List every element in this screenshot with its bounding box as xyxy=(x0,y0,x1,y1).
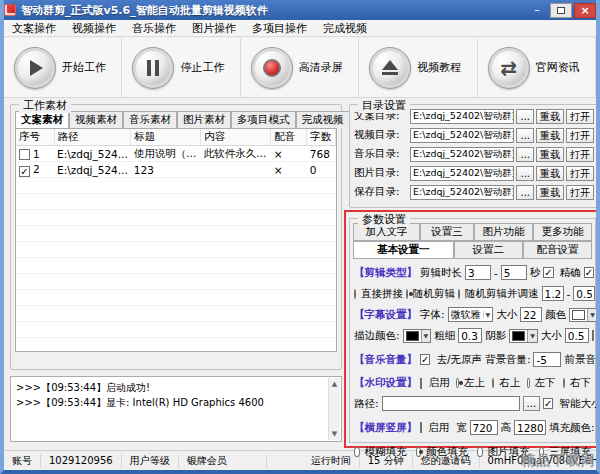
open-button[interactable]: 打开 xyxy=(566,185,594,200)
menu-item-copywriting[interactable]: 文案操作 xyxy=(12,21,56,36)
log-scrollbar[interactable]: ▲ ▼ xyxy=(328,378,340,440)
tab-video-material[interactable]: 视频素材 xyxy=(69,111,123,128)
open-button[interactable]: 打开 xyxy=(566,128,594,143)
stroke-color-select[interactable]: ▼ xyxy=(403,329,432,343)
col-index[interactable]: 序号 xyxy=(16,129,54,146)
tab-multiproject-mode[interactable]: 多项目模式 xyxy=(231,111,296,128)
wm-topleft-radio[interactable] xyxy=(456,378,458,388)
menu-item-finished[interactable]: 完成视频 xyxy=(323,21,367,36)
tab-more-functions[interactable]: 更多功能 xyxy=(533,223,592,241)
speed-max-input[interactable] xyxy=(573,286,595,301)
dir-row-music: 音乐目录: E:\zdqj_52402\智动群剪_正式版▼ ... 重载 打开 xyxy=(354,146,594,162)
open-button[interactable]: 打开 xyxy=(566,147,594,162)
menu-item-music[interactable]: 音乐操作 xyxy=(132,21,176,36)
stop-work-button[interactable]: 停止工作 xyxy=(122,38,240,97)
table-row[interactable]: ✓2 E:\zdqj_524... 123 × 0 xyxy=(16,162,336,178)
fill-checkbox[interactable] xyxy=(592,330,594,341)
color-fill-radio[interactable] xyxy=(416,447,422,457)
screen-width-input[interactable] xyxy=(470,420,498,435)
log-line: >>>【09:53:44】显卡: Intel(R) HD Graphics 46… xyxy=(16,395,327,410)
scroll-up-icon[interactable]: ▲ xyxy=(332,379,337,390)
wm-bottomleft-radio[interactable] xyxy=(527,378,529,388)
tab-basic-settings-one[interactable]: 基本设置一 xyxy=(353,241,454,259)
work-materials-title: 工作素材 xyxy=(19,98,71,113)
row-checkbox[interactable]: ✓ xyxy=(19,166,30,177)
menu-item-video[interactable]: 视频操作 xyxy=(72,21,116,36)
watermark-enable-checkbox[interactable] xyxy=(420,378,422,389)
open-button[interactable]: 打开 xyxy=(566,166,594,181)
direct-splice-radio[interactable] xyxy=(354,289,356,299)
bg-volume-input[interactable] xyxy=(533,352,561,367)
red-highlight-box: 参数设置 加入文字 设置三 图片功能 更多功能 基本设置一 设置二 配音设置 【… xyxy=(344,210,600,448)
tab-voice-settings[interactable]: 配音设置 xyxy=(523,241,592,259)
col-title[interactable]: 标题 xyxy=(131,129,201,146)
speed-min-input[interactable] xyxy=(542,286,564,301)
tab-copywriting-material[interactable]: 文案素材 xyxy=(15,111,69,128)
col-voice[interactable]: 配音 xyxy=(271,129,307,146)
close-button[interactable]: × xyxy=(574,3,596,18)
official-news-button[interactable]: ⇄ 官网资讯 xyxy=(478,38,596,97)
random-clip-speed-radio[interactable] xyxy=(458,289,460,299)
screen-enable-checkbox[interactable] xyxy=(420,422,422,433)
image-fill-radio[interactable] xyxy=(477,447,483,457)
screen-record-button[interactable]: 高清录屏 xyxy=(241,38,359,97)
wm-bottomright-radio[interactable] xyxy=(563,378,565,388)
clip-type-label: 【剪辑类型】 xyxy=(354,266,417,280)
tab-music-material[interactable]: 音乐素材 xyxy=(123,111,177,128)
font-size-input[interactable] xyxy=(520,307,542,322)
tab-image-material[interactable]: 图片素材 xyxy=(177,111,231,128)
col-path[interactable]: 路径 xyxy=(54,129,131,146)
tab-settings-three[interactable]: 设置三 xyxy=(420,223,474,241)
wm-topright-radio[interactable] xyxy=(492,378,494,388)
copywriting-dir-select[interactable]: E:\zdqj_52402\智动群剪_正式版▼ xyxy=(410,109,514,124)
col-words[interactable]: 字数 xyxy=(307,129,336,146)
video-dir-select[interactable]: E:\zdqj_52402\智动群剪_正式版▼ xyxy=(410,128,514,143)
menu-bar: 文案操作 视频操作 音乐操作 图片操作 多项目操作 完成视频 xyxy=(4,20,596,37)
random-clip-radio[interactable] xyxy=(406,289,408,299)
save-dir-select[interactable]: E:\zdqj_52402\智动群剪_正式版▼ xyxy=(410,185,514,200)
wm-path-label: 路径: xyxy=(354,397,379,411)
browse-button[interactable]: ... xyxy=(516,147,534,162)
wm-browse-button[interactable]: ... xyxy=(523,396,541,411)
reload-button[interactable]: 重载 xyxy=(536,109,564,124)
shadow-color-select[interactable]: ▼ xyxy=(509,329,538,343)
table-row[interactable]: 1 E:\zdqj_524... 使用说明（... 此软件永久... × 768 xyxy=(16,146,336,162)
row-checkbox[interactable] xyxy=(19,149,30,160)
minimize-button[interactable]: – xyxy=(526,3,548,18)
tab-settings-two[interactable]: 设置二 xyxy=(454,241,523,259)
browse-button[interactable]: ... xyxy=(516,109,534,124)
browse-button[interactable]: ... xyxy=(516,166,534,181)
clip-min-input[interactable] xyxy=(465,265,491,280)
menu-item-image[interactable]: 图片操作 xyxy=(192,21,236,36)
start-work-button[interactable]: 开始工作 xyxy=(4,38,122,97)
scroll-down-icon[interactable]: ▼ xyxy=(332,429,337,440)
eject-icon xyxy=(369,47,411,89)
open-button[interactable]: 打开 xyxy=(566,109,594,124)
reload-button[interactable]: 重载 xyxy=(536,147,564,162)
music-dir-select[interactable]: E:\zdqj_52402\智动群剪_正式版▼ xyxy=(410,147,514,162)
precise-checkbox[interactable]: ✓ xyxy=(543,267,553,278)
maximize-button[interactable] xyxy=(550,3,572,18)
reload-button[interactable]: 重载 xyxy=(536,128,564,143)
tab-finished-video[interactable]: 完成视频 xyxy=(296,111,350,128)
browse-button[interactable]: ... xyxy=(516,128,534,143)
col-content[interactable]: 内容 xyxy=(201,129,271,146)
wm-path-input[interactable] xyxy=(382,396,520,411)
mute-checkbox[interactable]: ✓ xyxy=(420,354,430,365)
image-dir-select[interactable]: E:\zdqj_52402\智动群剪_正式版▼ xyxy=(410,166,514,181)
smart-size-checkbox[interactable]: ✓ xyxy=(543,398,553,409)
order-checkbox[interactable]: ✓ xyxy=(584,267,594,278)
browse-button[interactable]: ... xyxy=(516,185,534,200)
reload-button[interactable]: 重载 xyxy=(536,166,564,181)
subtitle-color-select[interactable]: ▼ xyxy=(569,308,598,322)
font-select[interactable]: 微软雅▼ xyxy=(448,307,494,322)
video-tutorial-button[interactable]: 视频教程 xyxy=(359,38,477,97)
menu-item-multiproject[interactable]: 多项目操作 xyxy=(252,21,307,36)
stroke-width-input[interactable] xyxy=(458,328,482,343)
screen-height-input[interactable] xyxy=(514,420,546,435)
tab-image-function[interactable]: 图片功能 xyxy=(474,223,533,241)
shadow-size-input[interactable] xyxy=(565,328,589,343)
blur-fill-radio[interactable] xyxy=(354,447,360,457)
reload-button[interactable]: 重载 xyxy=(536,185,564,200)
clip-max-input[interactable] xyxy=(501,265,527,280)
